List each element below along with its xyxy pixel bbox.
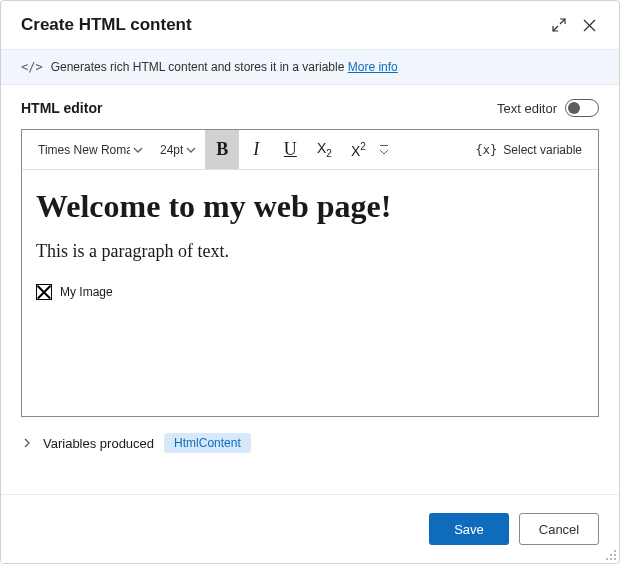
svg-point-7 [606,558,608,560]
italic-button[interactable]: I [239,130,273,169]
text-editor-toggle[interactable] [565,99,599,117]
expand-icon[interactable] [549,15,569,35]
chevron-down-icon [132,144,144,156]
broken-image-icon [36,284,52,300]
close-icon[interactable] [579,15,599,35]
variables-produced-label: Variables produced [43,436,154,451]
cancel-button[interactable]: Cancel [519,513,599,545]
html-editor: Times New Roman 24pt B I U X2 X2 {x} Sel… [21,129,599,417]
subscript-button[interactable]: X2 [307,130,341,169]
font-family-value: Times New Roman [38,143,130,157]
editor-toolbar: Times New Roman 24pt B I U X2 X2 {x} Sel… [22,130,598,170]
editor-canvas[interactable]: Welcome to my web page! This is a paragr… [22,170,598,416]
dialog-title: Create HTML content [21,15,539,35]
select-variable-label: Select variable [503,143,582,157]
info-text: Generates rich HTML content and stores i… [51,60,345,74]
more-info-link[interactable]: More info [348,60,398,74]
chevron-right-icon[interactable] [21,437,33,449]
svg-point-6 [610,558,612,560]
code-icon: </> [21,60,43,74]
toolbar-more-icon[interactable] [375,145,393,155]
text-editor-label: Text editor [497,101,557,116]
variable-chip[interactable]: HtmlContent [164,433,251,453]
svg-point-3 [614,554,616,556]
svg-point-4 [614,558,616,560]
bold-button[interactable]: B [205,130,239,169]
content-image: My Image [36,284,584,300]
resize-grip-icon[interactable] [605,549,617,561]
svg-point-5 [610,554,612,556]
info-bar: </> Generates rich HTML content and stor… [1,49,619,85]
save-button[interactable]: Save [429,513,509,545]
chevron-down-icon [185,144,197,156]
select-variable-button[interactable]: {x} Select variable [468,130,590,169]
image-alt-text: My Image [60,285,113,299]
variable-icon: {x} [476,143,498,157]
underline-button[interactable]: U [273,130,307,169]
font-family-dropdown[interactable]: Times New Roman [30,130,152,169]
editor-label: HTML editor [21,100,497,116]
font-size-dropdown[interactable]: 24pt [152,130,205,169]
content-paragraph: This is a paragraph of text. [36,241,584,262]
svg-point-2 [614,550,616,552]
content-heading: Welcome to my web page! [36,188,584,225]
superscript-button[interactable]: X2 [341,130,375,169]
font-size-value: 24pt [160,143,183,157]
